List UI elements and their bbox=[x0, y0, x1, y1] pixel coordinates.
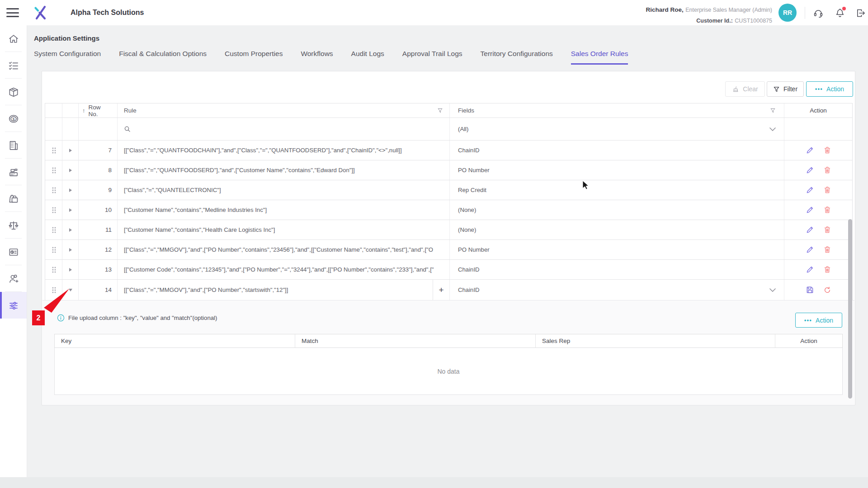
sidebar-item-home[interactable] bbox=[0, 25, 27, 52]
rule-fields: (None) bbox=[450, 220, 784, 239]
support-headset-icon[interactable] bbox=[813, 8, 824, 19]
sidebar-item-settings[interactable] bbox=[0, 292, 27, 319]
sort-row-no[interactable]: ↑ Row No. bbox=[79, 103, 118, 117]
notifications-bell-icon[interactable] bbox=[835, 8, 845, 19]
avatar[interactable]: RR bbox=[778, 4, 797, 22]
edit-button[interactable] bbox=[806, 226, 814, 234]
pencil-icon bbox=[806, 146, 814, 154]
delete-button[interactable] bbox=[824, 166, 831, 174]
drag-handle-icon[interactable] bbox=[45, 260, 62, 279]
upload-action-button[interactable]: ••• Action bbox=[795, 313, 842, 328]
tab-workflows[interactable]: Workflows bbox=[301, 50, 333, 65]
delete-button[interactable] bbox=[824, 146, 831, 154]
rule-row: 10 ["Customer Name","contains","Medline … bbox=[45, 200, 852, 220]
tab-custom-properties[interactable]: Custom Properties bbox=[225, 50, 283, 65]
sidebar-item-purchases[interactable] bbox=[0, 185, 27, 212]
hamburger-menu-icon[interactable] bbox=[6, 8, 19, 17]
filter-button[interactable]: Filter bbox=[767, 81, 804, 97]
pencil-icon bbox=[806, 266, 814, 273]
expand-row-icon[interactable] bbox=[62, 141, 79, 160]
expand-row-icon[interactable] bbox=[62, 260, 79, 279]
row-number: 14 bbox=[79, 280, 118, 300]
tabs-bar: System Configuration Fiscal & Calculatio… bbox=[34, 50, 628, 65]
delete-button[interactable] bbox=[824, 226, 831, 234]
rule-expression: [["Customer Code","contains","12345"],"a… bbox=[118, 260, 450, 279]
sidebar-item-pricing[interactable]: $ bbox=[0, 105, 27, 132]
action-button[interactable]: ••• Action bbox=[806, 81, 853, 97]
expand-row-icon[interactable] bbox=[62, 200, 79, 220]
logout-icon[interactable] bbox=[855, 8, 866, 19]
tab-territory-configurations[interactable]: Territory Configurations bbox=[481, 50, 553, 65]
col-sales-rep: Sales Rep bbox=[536, 334, 775, 347]
rule-fields: ChainID bbox=[450, 141, 784, 160]
drag-handle-icon[interactable] bbox=[45, 240, 62, 259]
edit-button[interactable] bbox=[806, 166, 814, 174]
svg-text:$: $ bbox=[12, 117, 14, 121]
delete-button[interactable] bbox=[824, 186, 831, 194]
reset-button[interactable] bbox=[824, 286, 831, 294]
vertical-scrollbar[interactable] bbox=[848, 219, 852, 399]
delete-button[interactable] bbox=[824, 266, 831, 273]
rules-filter-row: (All) bbox=[45, 118, 852, 141]
clear-button[interactable]: Clear bbox=[725, 81, 765, 97]
drag-handle-icon[interactable] bbox=[45, 160, 62, 180]
user-info: Richard Roe, Enterprise Sales Manager (A… bbox=[646, 4, 772, 26]
delete-button[interactable] bbox=[824, 206, 831, 214]
col-key: Key bbox=[55, 334, 295, 347]
sidebar-item-products[interactable] bbox=[0, 79, 27, 105]
drag-handle-icon[interactable] bbox=[45, 200, 62, 220]
trash-icon bbox=[824, 166, 831, 174]
sidebar-item-orders[interactable] bbox=[0, 159, 27, 185]
expand-row-icon[interactable] bbox=[62, 220, 79, 239]
add-condition-button[interactable]: + bbox=[433, 280, 449, 300]
save-button[interactable] bbox=[806, 286, 814, 294]
row-number: 11 bbox=[79, 220, 118, 239]
sidebar-item-checklist[interactable] bbox=[0, 52, 27, 79]
edit-button[interactable] bbox=[806, 246, 814, 253]
expand-row-icon[interactable] bbox=[62, 180, 79, 200]
fields-edit-dropdown[interactable]: ChainID bbox=[450, 280, 784, 300]
drag-handle-icon[interactable] bbox=[45, 180, 62, 200]
trash-icon bbox=[824, 266, 831, 273]
col-row-no: Row No. bbox=[89, 104, 112, 117]
delete-button[interactable] bbox=[824, 246, 831, 253]
edit-button[interactable] bbox=[806, 186, 814, 194]
expand-row-icon[interactable] bbox=[62, 160, 79, 180]
fields-column-filter-icon[interactable] bbox=[770, 108, 776, 113]
sidebar-item-reports[interactable] bbox=[0, 239, 27, 265]
tab-system-configuration[interactable]: System Configuration bbox=[34, 50, 101, 65]
rule-search-input[interactable] bbox=[118, 118, 450, 140]
edit-button[interactable] bbox=[806, 146, 814, 154]
footer-strip bbox=[0, 477, 868, 488]
chevron-down-icon bbox=[769, 127, 776, 131]
clear-broom-icon bbox=[732, 85, 739, 93]
row-number: 7 bbox=[79, 141, 118, 160]
rules-rows: 7 [["Class","=","QUANTFOODCHAIN"],"and",… bbox=[45, 141, 852, 280]
edit-button[interactable] bbox=[806, 206, 814, 214]
ellipsis-icon: ••• bbox=[804, 317, 812, 324]
sidebar-item-company[interactable] bbox=[0, 132, 27, 159]
expand-row-icon[interactable] bbox=[62, 240, 79, 259]
tab-fiscal-calculation-options[interactable]: Fiscal & Calculation Options bbox=[119, 50, 207, 65]
upload-action-label: Action bbox=[816, 317, 833, 324]
fields-filter-dropdown[interactable]: (All) bbox=[450, 118, 784, 140]
tab-audit-logs[interactable]: Audit Logs bbox=[351, 50, 384, 65]
trash-icon bbox=[824, 186, 831, 194]
drag-handle-icon[interactable] bbox=[45, 141, 62, 160]
rule-fields: ChainID bbox=[450, 260, 784, 279]
trash-icon bbox=[824, 206, 831, 214]
file-upload-section: File upload column : "key", "value" and … bbox=[42, 300, 854, 404]
rule-edit-input[interactable]: [["Class","=","MMGOV"],"and",["PO Number… bbox=[124, 286, 429, 293]
pencil-icon bbox=[806, 166, 814, 174]
edit-button[interactable] bbox=[806, 266, 814, 273]
drag-handle-icon[interactable] bbox=[45, 220, 62, 239]
sidebar-item-debit-credit[interactable]: D C bbox=[0, 212, 27, 239]
fields-edit-value: ChainID bbox=[458, 286, 480, 293]
rule-fields: PO Number bbox=[450, 160, 784, 180]
tab-approval-trail-logs[interactable]: Approval Trail Logs bbox=[402, 50, 462, 65]
upload-info-text: File upload column : "key", "value" and … bbox=[68, 314, 217, 321]
tab-sales-order-rules[interactable]: Sales Order Rules bbox=[571, 50, 628, 65]
rule-column-filter-icon[interactable] bbox=[437, 108, 443, 113]
sidebar-item-users[interactable] bbox=[0, 265, 27, 292]
filter-label: Filter bbox=[783, 85, 797, 93]
